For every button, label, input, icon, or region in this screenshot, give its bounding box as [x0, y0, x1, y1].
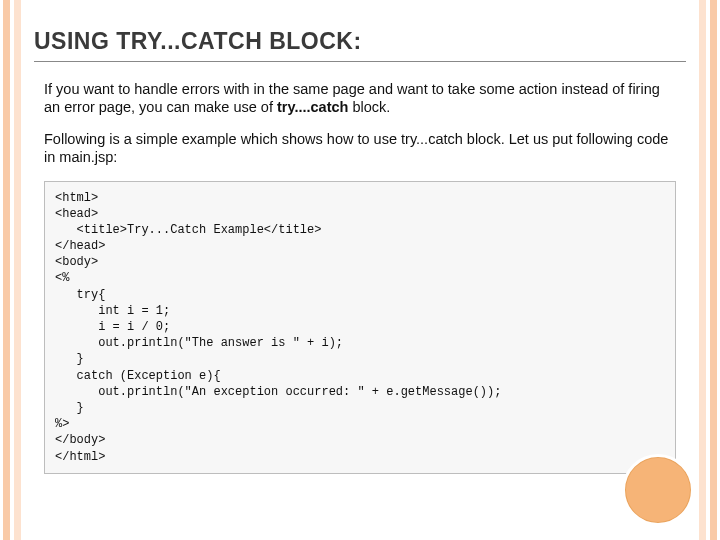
slide: USING TRY...CATCH BLOCK: If you want to … [0, 0, 720, 540]
slide-title: USING TRY...CATCH BLOCK: [34, 28, 686, 62]
accent-bar-right-inner [699, 0, 706, 540]
accent-bar-right-outer [710, 0, 717, 540]
intro-bold: try....catch [277, 99, 348, 115]
intro-paragraph: If you want to handle errors with in the… [44, 80, 676, 116]
intro-text-2: block. [348, 99, 390, 115]
accent-bar-left-outer [3, 0, 10, 540]
accent-bar-left-inner [14, 0, 21, 540]
decorative-circle-icon [622, 454, 694, 526]
content-area: USING TRY...CATCH BLOCK: If you want to … [34, 28, 686, 520]
code-block: <html> <head> <title>Try...Catch Example… [44, 181, 676, 474]
example-paragraph: Following is a simple example which show… [44, 130, 676, 166]
